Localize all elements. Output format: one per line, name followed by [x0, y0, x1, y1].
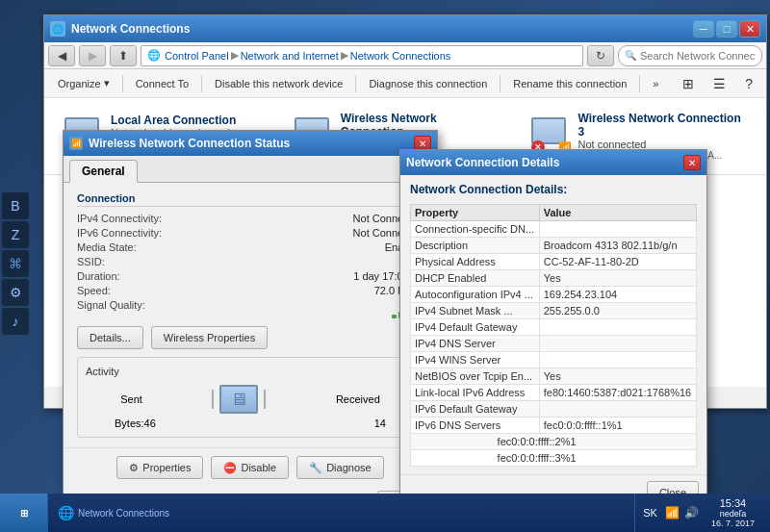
start-button[interactable]: ⊞ [0, 494, 48, 532]
taskbar-network-icon[interactable]: 📶 [665, 505, 680, 520]
view-options-button[interactable]: ⊞ [675, 72, 702, 95]
detail-value-cell: Yes [539, 368, 696, 385]
refresh-button[interactable]: ↻ [587, 45, 614, 66]
view-details-button[interactable]: ☰ [706, 72, 733, 95]
toolbar: Organize ▾ Connect To Disable this netwo… [44, 69, 766, 98]
tab-general[interactable]: General [69, 160, 138, 183]
ipv6-dns-1: fec0:0:0:ffff::2%1 [498, 436, 577, 447]
details-table-row: DHCP EnabledYes [411, 270, 697, 287]
detail-property-cell: IPv4 Subnet Mask ... [411, 303, 540, 319]
status-dialog-body: Connection IPv4 Connectivity: Not Connec… [64, 183, 437, 447]
search-box[interactable]: 🔍 [618, 45, 762, 66]
taskbar-network-connections[interactable]: 🌐 Network Connections [52, 495, 175, 530]
disable-button[interactable]: ⛔ Disable [211, 456, 289, 479]
address-box[interactable]: 🌐 Control Panel ▶ Network and Internet ▶… [141, 45, 583, 66]
local-area-name: Local Area Connection [111, 114, 262, 127]
media-row: Media State: Enabled [77, 241, 424, 253]
details-body: Network Connection Details: Property Val… [400, 175, 706, 474]
sent-bytes-label: Bytes: [115, 418, 144, 429]
ipv6-dns-extra-2: fec0:0:0:ffff::3%1 [410, 450, 697, 467]
clock-date: 16. 7. 2017 [711, 519, 755, 528]
ipv4-row: IPv4 Connectivity: Not Connected [77, 213, 424, 224]
maximize-button[interactable]: □ [716, 20, 737, 38]
received-label: Received [336, 393, 380, 405]
explorer-window-icon: 🌐 [50, 21, 65, 37]
connect-to-label: Connect To [136, 78, 189, 89]
close-button[interactable]: ✕ [739, 20, 760, 38]
detail-value-cell: CC-52-AF-11-80-2D [539, 254, 696, 270]
taskbar-sound-icon[interactable]: 🔊 [684, 505, 700, 520]
detail-value-cell [539, 401, 696, 418]
disable-network-button[interactable]: Disable this network device [207, 72, 350, 95]
detail-property-cell: Link-local IPv6 Address [411, 385, 540, 401]
signal-bar-1 [392, 315, 397, 318]
details-table-row: IPv4 Subnet Mask ...255.255.0.0 [411, 303, 697, 319]
breadcrumb-control-panel[interactable]: Control Panel [165, 50, 229, 62]
back-button[interactable]: ◀ [48, 45, 75, 66]
detail-property-cell: IPv6 DNS Servers [411, 418, 540, 434]
organize-button[interactable]: Organize ▾ [50, 72, 117, 95]
properties-button[interactable]: ⚙ Properties [116, 456, 203, 479]
taskbar-clock[interactable]: 15:34 nedeľa 16. 7. 2017 [704, 497, 762, 528]
detail-property-cell: IPv4 DNS Server [411, 336, 540, 352]
taskbar-nc-icon: 🌐 [58, 505, 74, 520]
breadcrumb-network-internet[interactable]: Network and Internet [241, 50, 339, 62]
more-options-button[interactable]: » [645, 72, 666, 95]
detail-property-cell: Autoconfiguration IPv4 ... [411, 287, 540, 303]
disable-label: Disable [241, 462, 276, 473]
disable-icon: ⛔ [223, 462, 237, 474]
taskbar-items: 🌐 Network Connections [52, 495, 175, 530]
detail-property-cell: Connection-specific DN... [411, 221, 540, 238]
organize-label: Organize [58, 78, 101, 89]
diagnose-button[interactable]: 🔧 Diagnose [296, 456, 383, 479]
taskbar-tray: SK 📶 🔊 15:34 nedeľa 16. 7. 2017 [634, 494, 770, 532]
detail-value-cell: Broadcom 4313 802.11b/g/n [539, 238, 696, 254]
explorer-title-text: Network Connections [71, 22, 190, 36]
duration-row: Duration: 1 day 17:00:54 [77, 270, 424, 282]
details-table-row: IPv4 Default Gateway [411, 319, 697, 336]
detail-property-cell: Physical Address [411, 254, 540, 270]
activity-line-right [264, 390, 266, 409]
diagnose-connection-button[interactable]: Diagnose this connection [361, 72, 495, 95]
detail-value-cell [539, 352, 696, 368]
sidebar-icon-sound[interactable]: ♪ [2, 308, 29, 335]
rename-connection-button[interactable]: Rename this connection [505, 72, 634, 95]
col-value-header: Value [539, 205, 696, 221]
details-table-row: IPv4 DNS Server [411, 336, 697, 352]
sidebar-icon-z[interactable]: Z [2, 221, 29, 248]
col-property-header: Property [411, 205, 540, 221]
details-button[interactable]: Details... [77, 326, 143, 349]
detail-property-cell: NetBIOS over Tcpip En... [411, 368, 540, 385]
connect-to-button[interactable]: Connect To [128, 72, 196, 95]
breadcrumb-network-connections[interactable]: Network Connections [350, 50, 451, 62]
activity-section: Activity Sent 🖥 Received Bytes: 46 [77, 357, 424, 438]
explorer-title-left: 🌐 Network Connections [50, 21, 190, 37]
details-table-row: Physical AddressCC-52-AF-11-80-2D [411, 254, 697, 270]
details-table-row: NetBIOS over Tcpip En...Yes [411, 368, 697, 385]
forward-button[interactable]: ▶ [79, 45, 106, 66]
details-close-button[interactable]: ✕ [683, 155, 701, 170]
up-button[interactable]: ⬆ [110, 45, 137, 66]
breadcrumb-sep2: ▶ [341, 49, 348, 62]
sidebar-icon-settings[interactable]: ⚙ [2, 279, 29, 306]
activity-line-left [212, 390, 214, 409]
search-icon: 🔍 [625, 50, 636, 61]
disable-label: Disable this network device [215, 78, 343, 89]
signal-label: Signal Quality: [77, 299, 145, 318]
sidebar-icons: B Z ⌘ ⚙ ♪ [0, 192, 31, 335]
diagnose-label: Diagnose [326, 462, 371, 473]
taskbar-locale: SK [643, 507, 657, 519]
minimize-button[interactable]: ─ [693, 20, 714, 38]
ipv6-row: IPv6 Connectivity: Not Connected [77, 227, 424, 239]
status-dialog: 📶 Wireless Network Connection Status ✕ G… [63, 130, 438, 522]
sent-label: Sent [120, 393, 142, 405]
spacer [156, 418, 374, 429]
detail-property-cell: IPv6 Default Gateway [411, 401, 540, 418]
search-input[interactable] [640, 50, 756, 62]
sidebar-icon-b[interactable]: B [2, 192, 29, 219]
sidebar-icon-bluetooth[interactable]: ⌘ [2, 250, 29, 277]
help-button[interactable]: ? [737, 72, 760, 95]
wireless-properties-button[interactable]: Wireless Properties [151, 326, 268, 349]
speed-row: Speed: 72.0 Mbps [77, 285, 424, 296]
detail-property-cell: DHCP Enabled [411, 270, 540, 287]
